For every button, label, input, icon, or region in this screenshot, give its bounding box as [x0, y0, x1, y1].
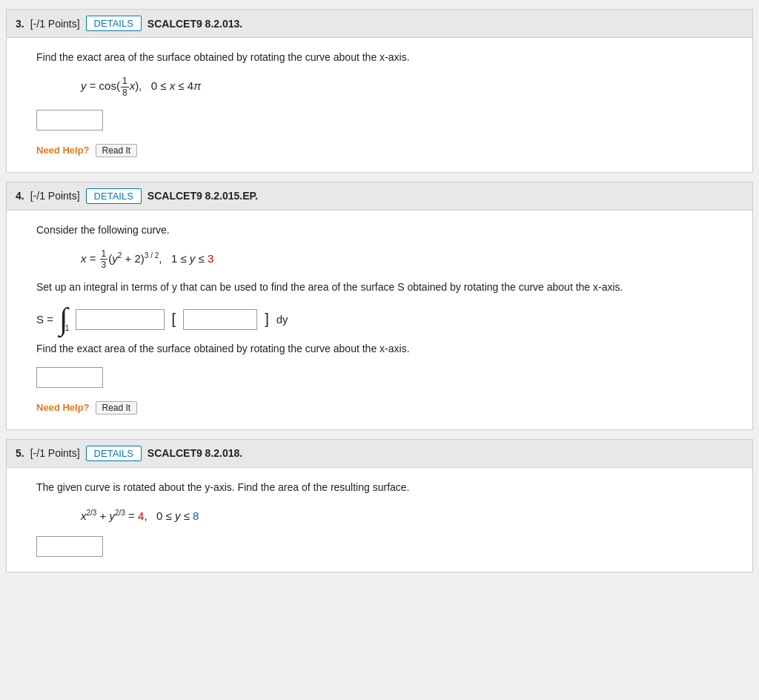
problem-3-number: 3. — [16, 18, 24, 30]
problem-3-question: Find the exact area of the surface obtai… — [36, 50, 735, 65]
equation-rhs: x), 0 ≤ x ≤ 4π — [130, 79, 202, 92]
problem-4-integral: S = ∫ 1 [ ] dy — [36, 306, 735, 334]
constraint-val-4: 3 — [208, 252, 213, 265]
problem-4-question2: Set up an integral in terms of y that ca… — [36, 280, 735, 295]
problem-5-header: 5. [-/1 Points] DETAILS SCALCET9 8.2.018… — [7, 440, 752, 468]
constraint-pre: 1 ≤ y ≤ — [171, 252, 208, 265]
problem-4-details-button[interactable]: DETAILS — [86, 188, 142, 204]
problem-4-need-help-row: Need Help? Read It — [36, 401, 735, 415]
problem-4-body: Consider the following curve. x = 13(y2 … — [7, 211, 752, 429]
problem-5-question: The given curve is rotated about the y-a… — [36, 480, 735, 495]
s-label: S = — [36, 313, 53, 326]
problem-4-id: SCALCET9 8.2.015.EP. — [148, 190, 258, 202]
problem-3-header: 3. [-/1 Points] DETAILS SCALCET9 8.2.013… — [7, 10, 752, 38]
problem-3-need-help-row: Need Help? Read It — [36, 144, 735, 157]
problem-4-points: [-/1 Points] — [30, 190, 80, 202]
problem-4-intro: Consider the following curve. — [36, 222, 735, 238]
problem-5-answer-input[interactable] — [36, 536, 103, 557]
integral-lower: 1 — [64, 323, 69, 332]
problem-5-answer-area — [36, 536, 735, 557]
problem-5-points: [-/1 Points] — [30, 447, 80, 459]
problem-5: 5. [-/1 Points] DETAILS SCALCET9 8.2.018… — [6, 439, 753, 572]
problem-5-details-button[interactable]: DETAILS — [86, 446, 142, 461]
problem-4-read-it-button[interactable]: Read It — [96, 401, 138, 415]
problem-4-header: 4. [-/1 Points] DETAILS SCALCET9 8.2.015… — [7, 182, 752, 211]
problem-5-equation: x2/3 + y2/3 = 4, 0 ≤ y ≤ 8 — [81, 506, 735, 526]
problem-4-number: 4. — [16, 190, 24, 202]
problem-4-answer-area — [36, 367, 735, 388]
equation-lhs: y = cos( — [81, 79, 120, 92]
problem-3-body: Find the exact area of the surface obtai… — [7, 38, 752, 172]
integral-limits: 1 — [64, 310, 69, 332]
constraint-val-5: 8 — [193, 509, 199, 522]
problem-4-need-help-label: Need Help? — [36, 402, 90, 413]
problem-3-answer-input[interactable] — [36, 110, 103, 131]
eq-equals: = — [125, 509, 138, 522]
problem-5-id: SCALCET9 8.2.018. — [148, 447, 242, 459]
problem-4-question3: Find the exact area of the surface obtai… — [36, 341, 735, 357]
problem-3-read-it-button[interactable]: Read It — [96, 144, 138, 157]
problem-3-equation: y = cos(18x), 0 ≤ x ≤ 4π — [81, 76, 735, 98]
fraction-1-8: 18 — [121, 76, 129, 98]
constraint-5: 0 ≤ y ≤ — [156, 509, 193, 522]
problem-3-points: [-/1 Points] — [30, 18, 80, 30]
bracket-open: [ — [172, 311, 176, 328]
problem-4-upper-integrand-input[interactable] — [76, 309, 165, 330]
dy-label: dy — [276, 313, 288, 326]
problem-4: 4. [-/1 Points] DETAILS SCALCET9 8.2.015… — [6, 182, 753, 430]
problem-4-curve-equation: x = 13(y2 + 2)3 / 2, 1 ≤ y ≤ 3 — [81, 248, 735, 271]
problem-5-body: The given curve is rotated about the y-a… — [7, 468, 752, 572]
bracket-close: ] — [265, 311, 269, 328]
eq-rhs-post: , — [144, 509, 147, 522]
problem-4-inner-integrand-input[interactable] — [183, 309, 257, 330]
problem-3-need-help-label: Need Help? — [36, 145, 90, 156]
problem-3-details-button[interactable]: DETAILS — [86, 16, 142, 31]
problem-5-number: 5. — [16, 447, 24, 459]
problem-3-answer-area — [36, 110, 735, 131]
fraction-1-3: 13 — [100, 248, 108, 271]
integral-container: ∫ 1 — [59, 306, 70, 334]
problem-3-id: SCALCET9 8.2.013. — [148, 18, 242, 30]
problem-3: 3. [-/1 Points] DETAILS SCALCET9 8.2.013… — [6, 9, 753, 173]
eq-mid: + y — [96, 509, 115, 522]
problem-4-answer-input[interactable] — [36, 367, 103, 388]
